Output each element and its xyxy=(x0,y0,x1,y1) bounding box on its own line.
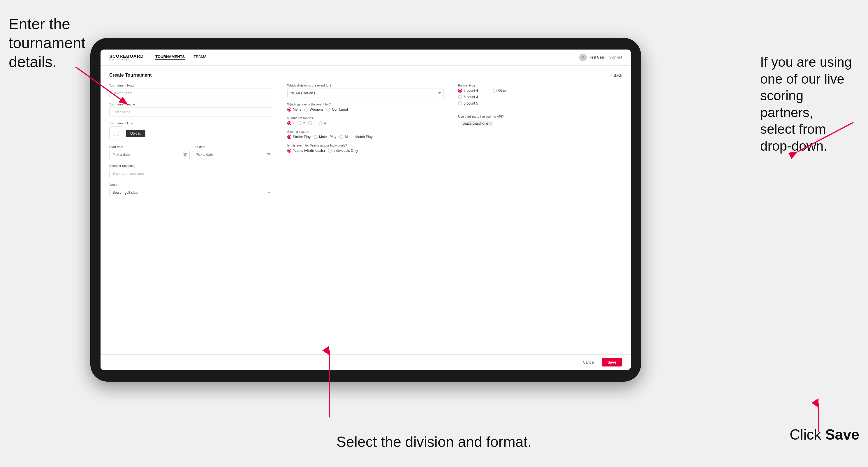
other-option: Other xyxy=(493,89,507,110)
gender-mens-radio[interactable] xyxy=(287,107,291,112)
teams-individuals-label: Individuals Only xyxy=(333,149,358,153)
format-row: 5 count 4 6 count 4 6 count 5 xyxy=(458,89,622,110)
division-field-group: Which division is the event for? NCAA Di… xyxy=(287,84,444,98)
format-5count4[interactable]: 5 count 4 xyxy=(458,89,478,93)
format-6count4-radio[interactable] xyxy=(458,95,462,99)
sponsor-input[interactable] xyxy=(109,169,273,178)
back-link[interactable]: < Back xyxy=(611,73,622,77)
host-field-group: Tournament Host xyxy=(109,84,273,98)
gender-womens-radio[interactable] xyxy=(304,107,308,112)
end-date-calendar-icon: 📅 xyxy=(266,153,271,157)
teams-individuals[interactable]: Individuals Only xyxy=(328,149,358,153)
user-avatar: U xyxy=(579,54,587,61)
annotation-bottom-center: Select the division and format. xyxy=(337,433,532,451)
end-date-wrap: 📅 xyxy=(193,150,273,159)
rounds-4[interactable]: 4 xyxy=(318,121,326,125)
rounds-2-label: 2 xyxy=(303,121,305,125)
annotation-top-left: Enter thetournamentdetails. xyxy=(9,14,90,71)
sponsor-field-group: Sponsor (optional) xyxy=(109,164,273,178)
start-date-field: Start date 📅 xyxy=(109,145,190,159)
venue-label: Venue xyxy=(109,183,273,186)
start-date-calendar-icon: 📅 xyxy=(183,153,187,157)
navbar: SCOREBOARD Powered by Clippit TOURNAMENT… xyxy=(100,50,631,66)
nav-link-tournaments[interactable]: TOURNAMENTS xyxy=(155,55,185,60)
sponsor-label: Sponsor (optional) xyxy=(109,164,273,167)
gender-radio-group: Mens Womens Combined xyxy=(287,107,444,112)
format-options: 5 count 4 6 count 4 6 count 5 xyxy=(458,89,478,105)
format-6count4[interactable]: 6 count 4 xyxy=(458,95,478,99)
format-6count5-radio[interactable] xyxy=(458,101,462,105)
gender-womens-label: Womens xyxy=(310,107,323,112)
middle-column: Which division is the event for? NCAA Di… xyxy=(280,84,451,202)
name-input[interactable] xyxy=(109,107,273,117)
scoring-medal[interactable]: Medal Match Play xyxy=(339,135,372,139)
scoring-field-group: Scoring system Stroke Play Match Play xyxy=(287,130,444,139)
rounds-2[interactable]: 2 xyxy=(298,121,305,125)
rounds-2-radio[interactable] xyxy=(298,121,302,125)
name-field-group: Tournament name xyxy=(109,102,273,117)
api-input-wrap[interactable]: Leaderboard King ✕ xyxy=(458,120,622,127)
end-date-field: End date 📅 xyxy=(193,145,273,159)
format-label: Format type xyxy=(458,84,622,87)
logo-title: SCOREBOARD xyxy=(109,54,144,58)
scoring-stroke-radio[interactable] xyxy=(287,135,291,139)
gender-field-group: Which gender is the event for? Mens Wome… xyxy=(287,102,444,112)
upload-button[interactable]: Upload xyxy=(126,130,145,137)
logo-sub: Powered by Clippit xyxy=(109,58,144,61)
host-label: Tournament Host xyxy=(109,84,273,87)
format-5count4-label: 5 count 4 xyxy=(464,89,478,93)
format-6count5-label: 6 count 5 xyxy=(464,101,478,105)
venue-select[interactable]: Search golf club xyxy=(109,188,273,197)
format-6count5[interactable]: 6 count 5 xyxy=(458,101,478,105)
format-other-label: Other xyxy=(498,89,507,93)
rounds-field-group: Number of rounds 1 2 xyxy=(287,116,444,125)
content-area: Create Tournament < Back Tournament Host… xyxy=(100,66,631,354)
logo-upload-row: ⛶ Upload xyxy=(109,126,273,141)
form-grid: Tournament Host Tournament name Tourname… xyxy=(109,84,622,202)
division-select[interactable]: NCAA Division I xyxy=(287,89,444,98)
navbar-right: U Test User | Sign out xyxy=(579,54,622,61)
logo-preview: ⛶ xyxy=(109,126,123,141)
teams-teams-label: Teams (+Individuals) xyxy=(293,149,325,153)
scoring-match-radio[interactable] xyxy=(313,135,318,139)
api-label: Use third-party live scoring API? xyxy=(458,115,622,118)
tablet-frame: SCOREBOARD Powered by Clippit TOURNAMENT… xyxy=(90,38,641,382)
gender-label: Which gender is the event for? xyxy=(287,102,444,106)
annotation-save-bold: Save xyxy=(825,427,859,443)
api-tag-label: Leaderboard King xyxy=(462,122,488,125)
scoring-stroke[interactable]: Stroke Play xyxy=(287,135,311,139)
rounds-1-radio[interactable] xyxy=(287,121,291,125)
sign-out-link[interactable]: Sign out xyxy=(609,55,622,59)
format-other-radio[interactable] xyxy=(493,89,497,93)
gender-mens[interactable]: Mens xyxy=(287,107,301,112)
start-date-input[interactable] xyxy=(109,150,190,159)
rounds-3[interactable]: 3 xyxy=(308,121,315,125)
annotation-bottom-right: Click Save xyxy=(789,426,859,444)
save-button[interactable]: Save xyxy=(602,358,622,367)
name-label: Tournament name xyxy=(109,102,273,106)
start-date-wrap: 📅 xyxy=(109,150,190,159)
rounds-4-radio[interactable] xyxy=(318,121,322,125)
teams-teams-radio[interactable] xyxy=(287,149,291,153)
format-5count4-radio[interactable] xyxy=(458,89,462,93)
scoring-match[interactable]: Match Play xyxy=(313,135,336,139)
gender-combined-radio[interactable] xyxy=(326,107,331,112)
format-field-group: Format type 5 count 4 6 count 4 xyxy=(458,84,622,110)
format-other[interactable]: Other xyxy=(493,89,507,93)
nav-link-teams[interactable]: TEAMS xyxy=(193,55,207,60)
rounds-1[interactable]: 1 xyxy=(287,121,295,125)
scoring-medal-radio[interactable] xyxy=(339,135,343,139)
teams-individuals-radio[interactable] xyxy=(328,149,332,153)
logo-label: Tournament logo xyxy=(109,122,273,125)
end-date-input[interactable] xyxy=(193,150,273,159)
api-tag-remove[interactable]: ✕ xyxy=(489,122,492,125)
host-input[interactable] xyxy=(109,89,273,98)
gender-womens[interactable]: Womens xyxy=(304,107,323,112)
teams-teams[interactable]: Teams (+Individuals) xyxy=(287,149,325,153)
rounds-3-radio[interactable] xyxy=(308,121,312,125)
user-name: Test User | xyxy=(590,55,606,59)
teams-field-group: Is this event for Teams and/or Individua… xyxy=(287,144,444,153)
gender-combined[interactable]: Combined xyxy=(326,107,348,112)
scoring-medal-label: Medal Match Play xyxy=(345,135,372,139)
cancel-button[interactable]: Cancel xyxy=(579,358,598,366)
